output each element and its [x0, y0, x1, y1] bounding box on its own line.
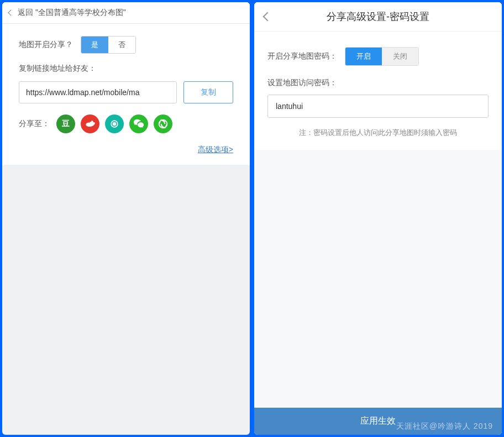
toggle-no-button[interactable]: 否 — [108, 37, 135, 53]
share-url-input[interactable] — [19, 81, 177, 103]
qqspace-icon[interactable] — [105, 115, 124, 133]
share-question-label: 地图开启分享？ — [19, 40, 73, 50]
enable-password-row: 开启分享地图密码： 开启 关闭 — [267, 47, 489, 66]
wechat-icon[interactable] — [129, 115, 148, 133]
back-icon[interactable] — [263, 12, 272, 22]
copy-link-label: 复制链接地址给好友： — [19, 64, 233, 74]
copy-button[interactable]: 复制 — [183, 81, 233, 103]
svg-point-1 — [113, 123, 116, 126]
password-on-button[interactable]: 开启 — [345, 48, 382, 65]
share-icons-group: 豆 — [56, 115, 172, 133]
advanced-link-row: 高级选项> — [19, 144, 233, 155]
password-panel: 分享高级设置-密码设置 开启分享地图密码： 开启 关闭 设置地图访问密码： 注：… — [254, 2, 502, 435]
share-to-label: 分享至： — [19, 119, 50, 129]
spacer — [254, 150, 502, 408]
password-input[interactable] — [267, 95, 489, 118]
right-header: 分享高级设置-密码设置 — [254, 2, 502, 32]
password-content: 开启分享地图密码： 开启 关闭 设置地图访问密码： 注：密码设置后他人访问此分享… — [254, 32, 502, 150]
back-header[interactable]: 返回 "全国普通高等学校分布图" — [2, 2, 250, 24]
aperture-icon[interactable] — [154, 115, 172, 133]
share-content: 地图开启分享？ 是 否 复制链接地址给好友： 复制 分享至： 豆 — [2, 24, 250, 165]
password-toggle-group: 开启 关闭 — [345, 47, 419, 66]
share-panel: 返回 "全国普通高等学校分布图" 地图开启分享？ 是 否 复制链接地址给好友： … — [2, 2, 250, 435]
share-toggle-row: 地图开启分享？ 是 否 — [19, 36, 233, 54]
watermark: 天涯社区@吟游诗人 2019 — [396, 422, 493, 431]
password-off-button[interactable]: 关闭 — [382, 48, 418, 65]
share-to-row: 分享至： 豆 — [19, 115, 233, 133]
password-note: 注：密码设置后他人访问此分享地图时须输入密码 — [267, 128, 489, 138]
douban-icon[interactable]: 豆 — [56, 115, 75, 133]
set-password-label: 设置地图访问密码： — [267, 78, 489, 88]
page-title: 分享高级设置-密码设置 — [327, 10, 429, 23]
back-label: 返回 "全国普通高等学校分布图" — [18, 8, 126, 18]
enable-password-label: 开启分享地图密码： — [267, 51, 337, 61]
chevron-left-icon — [8, 9, 14, 15]
share-toggle-group: 是 否 — [81, 36, 136, 54]
url-row: 复制 — [19, 81, 233, 103]
weibo-icon[interactable] — [81, 115, 99, 133]
advanced-options-link[interactable]: 高级选项> — [198, 145, 233, 154]
toggle-yes-button[interactable]: 是 — [81, 37, 108, 53]
